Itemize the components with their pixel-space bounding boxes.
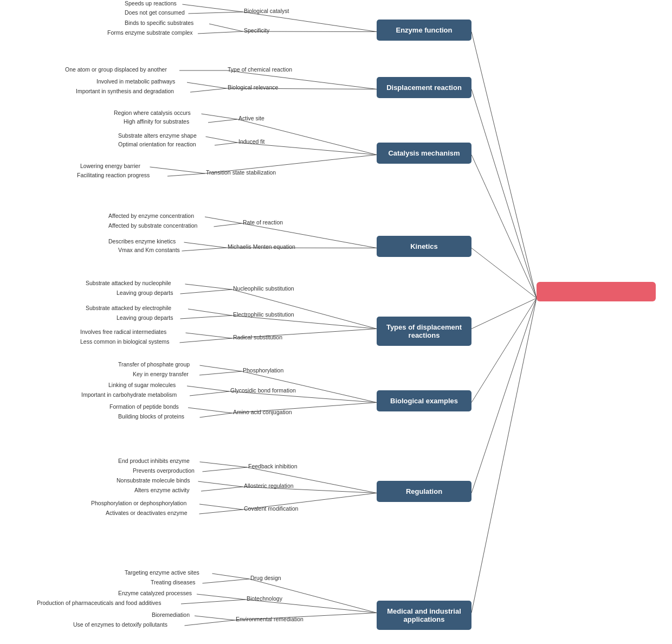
svg-line-44 [200, 365, 242, 371]
branch-node-regulation: Regulation [377, 481, 471, 502]
svg-line-59 [199, 504, 243, 510]
group-label: Environmental remediation [236, 616, 303, 622]
leaf-text: Transfer of phosphate group [118, 361, 190, 368]
svg-line-9 [183, 4, 243, 12]
group-label: Electrophilic substitution [233, 311, 294, 318]
leaf-text: Does not get consumed [125, 9, 185, 16]
svg-line-56 [198, 481, 243, 487]
group-label: Specificity [244, 27, 269, 34]
leaf-text: Alters enzyme activity [134, 487, 190, 493]
svg-line-12 [209, 24, 243, 31]
svg-line-34 [232, 289, 377, 329]
leaf-text: Speeds up reactions [125, 0, 177, 7]
leaf-text: Use of enzymes to detoxify pollutants [73, 621, 167, 628]
branch-node-types-displacement: Types of displacement reactions [377, 317, 471, 346]
leaf-text: Substrate attacked by nucleophile [86, 280, 171, 286]
leaf-text: Nonsubstrate molecule binds [117, 477, 190, 484]
svg-line-10 [189, 12, 243, 14]
group-label: Biological relevance [228, 84, 278, 91]
svg-line-32 [184, 242, 227, 248]
svg-line-19 [237, 119, 377, 155]
leaf-text: Substrate attacked by electrophile [86, 305, 171, 311]
leaf-text: Phosphorylation or dephosphorylation [91, 500, 186, 506]
branch-node-medical-applications: Medical and industrial applications [377, 601, 471, 630]
branch-node-catalysis-mechanism: Catalysis mechanism [377, 143, 471, 164]
svg-line-51 [200, 413, 232, 417]
leaf-text: Less common in biological systems [80, 338, 170, 345]
leaf-text: Leaving group departs [117, 289, 173, 296]
svg-line-26 [150, 167, 205, 173]
svg-line-66 [181, 600, 245, 604]
group-label: Radical substitution [233, 334, 282, 340]
leaf-text: Affected by substrate concentration [108, 222, 197, 229]
svg-line-7 [471, 298, 537, 613]
svg-line-30 [214, 223, 242, 227]
leaf-text: Substrate alters enzyme shape [118, 132, 197, 139]
leaf-text: High affinity for substrates [124, 118, 189, 125]
svg-line-38 [188, 309, 232, 315]
root-node [537, 282, 656, 301]
leaf-text: Forms enzyme substrate complex [107, 29, 193, 36]
branch-node-biological-examples: Biological examples [377, 390, 471, 411]
svg-line-27 [167, 173, 205, 176]
group-label: Drug design [250, 575, 281, 581]
leaf-text: Affected by enzyme concentration [108, 212, 194, 219]
leaf-text: Building blocks of proteins [118, 413, 184, 420]
leaf-text: Treating diseases [151, 579, 196, 585]
svg-line-63 [203, 579, 250, 583]
leaf-text: Targeting enzyme active sites [125, 569, 199, 576]
svg-line-18 [190, 88, 227, 92]
group-label: Allosteric regulation [244, 482, 294, 489]
svg-line-48 [190, 391, 229, 396]
group-label: Phosphorylation [243, 367, 283, 373]
leaf-text: Bioremediation [152, 611, 190, 618]
group-label: Nucleophilic substitution [233, 285, 294, 292]
svg-line-50 [188, 408, 232, 413]
leaf-text: Describes enzyme kinetics [108, 238, 176, 244]
group-label: Rate of reaction [243, 219, 283, 226]
svg-line-6 [471, 298, 537, 493]
svg-line-69 [185, 620, 235, 626]
group-label: Glycosidic bond formation [230, 387, 296, 394]
leaf-text: Facilitating reaction progress [77, 172, 150, 178]
group-label: Active site [238, 115, 264, 121]
group-label: Covalent modification [244, 505, 298, 512]
svg-line-17 [187, 82, 227, 88]
group-label: Biological catalyst [244, 8, 289, 14]
leaf-text: Lowering energy barrier [80, 163, 140, 169]
svg-line-68 [195, 616, 235, 620]
leaf-text: Enzyme catalyzed processes [118, 590, 192, 596]
svg-line-36 [180, 289, 232, 294]
leaf-text: Binds to specific substrates [125, 20, 193, 26]
svg-line-42 [180, 338, 232, 343]
leaf-text: Optimal orientation for reaction [118, 141, 196, 147]
svg-line-20 [202, 114, 238, 119]
svg-line-53 [200, 462, 248, 467]
svg-line-54 [203, 467, 248, 472]
svg-line-57 [201, 487, 243, 491]
leaf-text: Prevents overproduction [133, 467, 195, 474]
leaf-text: Involves free radical intermediates [80, 329, 166, 335]
svg-line-5 [471, 298, 537, 403]
svg-line-41 [186, 333, 232, 338]
leaf-text: End product inhibits enzyme [118, 458, 190, 464]
group-label: Amino acid conjugation [233, 409, 292, 415]
svg-line-45 [199, 371, 242, 375]
branch-node-enzyme-function: Enzyme function [377, 20, 471, 41]
leaf-text: Important in carbohydrate metabolism [81, 391, 177, 398]
leaf-text: Region where catalysis occurs [114, 110, 191, 116]
svg-line-2 [471, 155, 537, 299]
leaf-text: Leaving group departs [117, 314, 173, 321]
group-label: Michaelis Menten equation [228, 243, 295, 250]
group-label: Type of chemical reaction [228, 66, 292, 73]
mind-map-container: Enzyme functionDisplacement reactionCata… [0, 0, 672, 644]
svg-line-62 [212, 574, 250, 579]
svg-line-65 [197, 594, 245, 600]
branch-node-kinetics: Kinetics [377, 236, 471, 257]
leaf-text: Important in synthesis and degradation [76, 88, 174, 94]
branch-node-displacement-reaction: Displacement reaction [377, 77, 471, 98]
svg-line-23 [206, 137, 238, 143]
svg-line-60 [199, 510, 243, 514]
svg-line-1 [471, 89, 537, 299]
svg-line-29 [205, 217, 242, 223]
